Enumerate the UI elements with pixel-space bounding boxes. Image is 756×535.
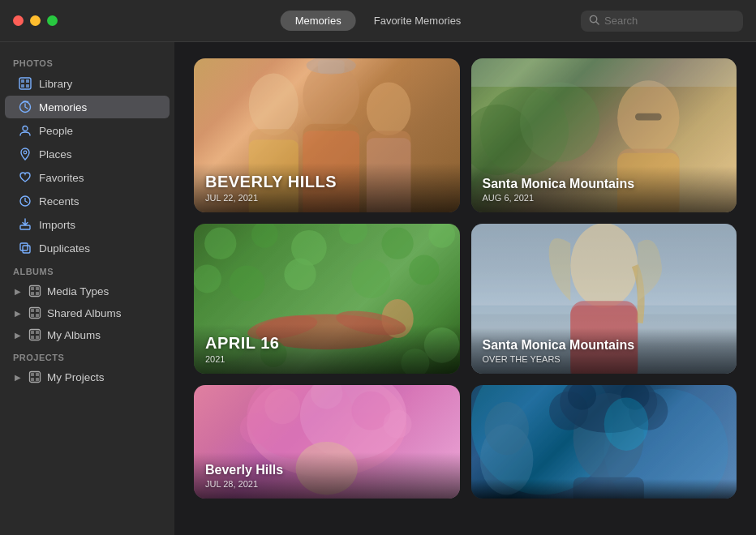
titlebar: Memories Favorite Memories	[0, 0, 756, 42]
memory-card-april-16[interactable]: APRIL 16 2021	[194, 224, 460, 374]
memories-grid: BEVERLY HILLS JUL 22, 2021	[194, 58, 737, 499]
svg-rect-13	[23, 246, 30, 253]
my-albums-icon	[28, 327, 42, 342]
svg-point-95	[604, 397, 648, 451]
svg-rect-4	[26, 79, 29, 83]
sidebar-item-my-albums[interactable]: ▶ My Albums	[5, 324, 170, 345]
svg-point-9	[23, 126, 28, 131]
tab-favorite-memories[interactable]: Favorite Memories	[359, 11, 476, 31]
sidebar-item-recents[interactable]: Recents	[5, 190, 170, 212]
card-overlay-4: Santa Monica Mountains OVER THE YEARS	[471, 327, 737, 374]
svg-point-61	[230, 266, 265, 302]
duplicates-label: Duplicates	[39, 242, 90, 255]
sidebar-item-shared-albums[interactable]: ▶ Shared Albums	[5, 302, 170, 323]
card-overlay-1: BEVERLY HILLS JUL 22, 2021	[194, 163, 460, 212]
main-layout: Photos Library	[0, 42, 756, 535]
search-input[interactable]	[604, 15, 735, 27]
svg-rect-29	[36, 336, 39, 339]
photos-section-label: Photos	[0, 52, 174, 71]
card-subtitle-3: 2021	[205, 354, 449, 364]
sidebar-item-duplicates[interactable]: Duplicates	[5, 237, 170, 259]
svg-rect-32	[36, 373, 39, 376]
library-icon	[18, 76, 32, 91]
svg-rect-21	[31, 309, 34, 312]
my-projects-label: My Projects	[47, 371, 105, 383]
sidebar-item-library[interactable]: Library	[5, 72, 170, 95]
svg-point-60	[194, 264, 221, 293]
media-types-label: Media Types	[47, 285, 109, 297]
sidebar-item-imports[interactable]: Imports	[5, 213, 170, 236]
sidebar-item-memories[interactable]: Memories	[5, 96, 170, 118]
memory-card-beverly-hills-2[interactable]: Beverly Hills JUL 28, 2021	[194, 385, 460, 499]
svg-point-75	[570, 224, 638, 308]
svg-point-55	[251, 224, 278, 248]
media-types-icon	[28, 284, 42, 298]
svg-rect-51	[634, 113, 661, 121]
imports-label: Imports	[39, 219, 75, 231]
svg-rect-53	[471, 58, 737, 87]
search-icon	[589, 14, 599, 28]
svg-rect-26	[31, 331, 34, 334]
memory-card-beverly-hills-1[interactable]: BEVERLY HILLS JUL 22, 2021	[194, 58, 460, 212]
svg-rect-34	[36, 378, 39, 381]
maximize-button[interactable]	[47, 15, 58, 26]
memories-icon	[18, 100, 32, 114]
svg-rect-17	[36, 287, 39, 290]
card-overlay-3: APRIL 16 2021	[194, 324, 460, 374]
duplicates-icon	[18, 241, 32, 255]
svg-point-35	[249, 74, 299, 135]
card-subtitle-2: AUG 6, 2021	[483, 193, 726, 203]
card-subtitle-1: JUL 22, 2021	[205, 193, 449, 203]
svg-rect-28	[31, 336, 34, 339]
chevron-right-icon: ▶	[15, 287, 21, 296]
svg-point-85	[240, 413, 272, 444]
sidebar-item-places[interactable]: Places	[5, 143, 170, 165]
memory-card-portrait-blue[interactable]	[471, 385, 737, 499]
svg-point-39	[367, 83, 411, 136]
card-overlay-5: Beverly Hills JUL 28, 2021	[194, 452, 460, 499]
sidebar-item-media-types[interactable]: ▶ Media Types	[5, 280, 170, 302]
sidebar: Photos Library	[0, 42, 174, 535]
svg-rect-27	[36, 331, 39, 334]
minimize-button[interactable]	[30, 15, 41, 26]
sidebar-item-people[interactable]: People	[5, 119, 170, 142]
favorites-label: Favorites	[39, 172, 84, 184]
sidebar-item-favorites[interactable]: Favorites	[5, 166, 170, 189]
svg-point-58	[381, 228, 413, 259]
favorites-icon	[18, 170, 32, 185]
svg-point-82	[264, 389, 300, 425]
svg-rect-33	[31, 378, 34, 381]
close-button[interactable]	[13, 15, 24, 26]
imports-icon	[18, 217, 32, 232]
svg-point-10	[24, 151, 27, 154]
shared-albums-icon	[28, 306, 42, 320]
svg-rect-31	[31, 373, 34, 376]
svg-rect-12	[20, 225, 30, 229]
window-controls	[13, 15, 58, 26]
svg-rect-14	[20, 243, 28, 250]
recents-label: Recents	[39, 195, 79, 208]
svg-rect-16	[31, 287, 34, 290]
chevron-right-icon-3: ▶	[15, 331, 21, 340]
people-icon	[18, 123, 32, 138]
my-albums-label: My Albums	[47, 329, 101, 341]
svg-rect-45	[318, 60, 345, 73]
card-title-3: APRIL 16	[205, 334, 449, 353]
places-icon	[18, 147, 32, 161]
recents-icon	[18, 194, 32, 208]
svg-rect-24	[36, 314, 39, 317]
library-label: Library	[39, 78, 72, 90]
card-subtitle-4: OVER THE YEARS	[483, 354, 726, 364]
svg-point-86	[384, 410, 412, 439]
svg-rect-3	[21, 79, 24, 83]
tab-memories[interactable]: Memories	[281, 11, 356, 31]
card-title-4: Santa Monica Mountains	[483, 337, 726, 353]
memory-card-santa-monica-1[interactable]: Santa Monica Mountains AUG 6, 2021	[471, 58, 737, 212]
svg-point-63	[351, 259, 390, 298]
svg-rect-18	[31, 292, 34, 295]
svg-point-57	[339, 224, 367, 244]
sidebar-item-my-projects[interactable]: ▶ My Projects	[5, 366, 170, 387]
svg-point-62	[284, 259, 316, 290]
shared-albums-label: Shared Albums	[47, 307, 122, 319]
memory-card-santa-monica-2[interactable]: Santa Monica Mountains OVER THE YEARS	[471, 224, 737, 374]
